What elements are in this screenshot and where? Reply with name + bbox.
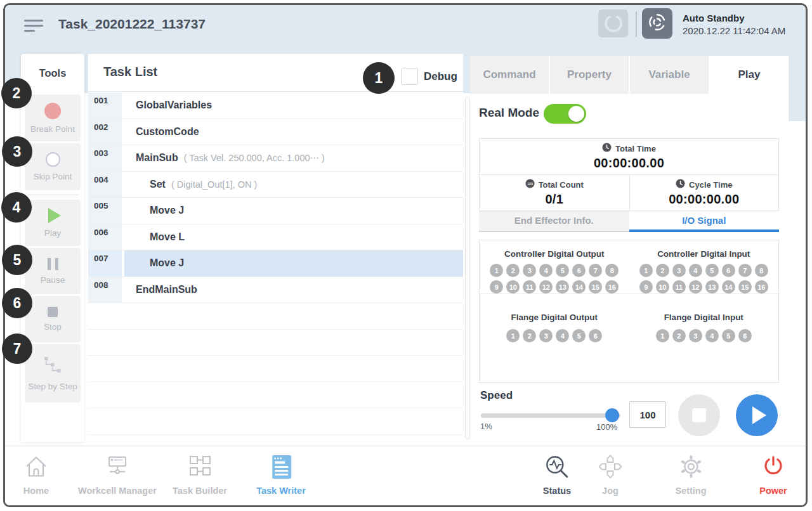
nav-power[interactable]: Power bbox=[759, 453, 787, 496]
cycle-clock-icon bbox=[676, 179, 685, 190]
workcell-manager-icon bbox=[103, 453, 131, 483]
nav-task-writer[interactable]: Task Writer bbox=[256, 453, 306, 496]
home-icon bbox=[22, 453, 50, 483]
tools-divider bbox=[27, 195, 78, 195]
row-params: ( Digital_Out[1], ON ) bbox=[171, 179, 257, 190]
nav-workcell-manager[interactable]: Workcell Manager bbox=[78, 453, 157, 496]
speed-max-label: 100% bbox=[596, 422, 617, 432]
tab-property[interactable]: Property bbox=[550, 56, 630, 94]
empty-row bbox=[88, 330, 463, 356]
tab-command[interactable]: Command bbox=[470, 56, 550, 94]
nav-task-builder[interactable]: Task Builder bbox=[173, 453, 227, 496]
speed-input[interactable] bbox=[629, 401, 666, 428]
nav-setting[interactable]: Setting bbox=[675, 453, 706, 496]
task-list-panel: Task List Debug 001 GlobalVariables 002 … bbox=[88, 54, 463, 447]
task-row-selected[interactable]: 007 Move J bbox=[88, 250, 463, 277]
nav-status[interactable]: Status bbox=[543, 453, 571, 496]
step-by-step-button[interactable]: Step by Step bbox=[25, 344, 81, 403]
robot-home-button[interactable] bbox=[598, 10, 628, 37]
task-row[interactable]: 008 EndMainSub bbox=[88, 277, 463, 304]
row-command: Set bbox=[150, 179, 166, 190]
callout-1: 1 bbox=[363, 62, 395, 94]
debug-checkbox[interactable] bbox=[401, 68, 418, 85]
io-circle: 16 bbox=[605, 280, 619, 294]
task-row[interactable]: 006 Move L bbox=[88, 224, 463, 251]
play-label: Play bbox=[44, 228, 61, 238]
bottom-nav: Home Workcell Manager bbox=[5, 446, 806, 505]
jog-icon bbox=[596, 453, 624, 483]
total-time-label: Total Time bbox=[615, 144, 656, 153]
swirl-logo-icon bbox=[645, 10, 670, 37]
task-builder-icon bbox=[186, 453, 214, 483]
nav-home[interactable]: Home bbox=[22, 453, 50, 496]
io-circle: 6 bbox=[589, 329, 602, 342]
io-circle: 13 bbox=[705, 280, 719, 294]
tab-end-effector-info[interactable]: End Effector Info. bbox=[479, 211, 629, 232]
row-number: 001 bbox=[88, 93, 124, 119]
skip-point-button[interactable]: Skip Point bbox=[25, 143, 81, 190]
right-tab-bar: Command Property Variable Play bbox=[470, 56, 789, 94]
io-circle: 9 bbox=[639, 280, 653, 294]
break-point-button[interactable]: Break Point bbox=[25, 94, 81, 141]
play-icon bbox=[48, 208, 61, 223]
io-circle: 6 bbox=[722, 264, 735, 277]
top-bar: Task_20201222_113737 bbox=[5, 5, 806, 43]
row-number: 008 bbox=[88, 277, 124, 303]
menu-icon[interactable] bbox=[24, 20, 44, 34]
task-row[interactable]: 003 MainSub ( Task Vel. 250.000, Acc. 1.… bbox=[88, 145, 463, 172]
active-tab-underline bbox=[629, 230, 780, 232]
task-writer-icon bbox=[267, 453, 295, 483]
io-circle: 3 bbox=[539, 329, 553, 342]
task-row[interactable]: 002 CustomCode bbox=[88, 119, 463, 146]
nav-jog[interactable]: Jog bbox=[596, 453, 624, 496]
window: Task_20201222_113737 bbox=[3, 3, 808, 507]
row-number: 003 bbox=[88, 145, 124, 171]
robot-mode: Auto Standby bbox=[683, 13, 785, 23]
callout-6: 6 bbox=[2, 288, 32, 318]
task-row[interactable]: 005 Move J bbox=[88, 198, 463, 224]
io-circle: 12 bbox=[689, 280, 702, 294]
io-circle: 13 bbox=[556, 280, 569, 294]
io-circle: 6 bbox=[738, 329, 752, 342]
io-sub-tabs: End Effector Info. I/O Signal bbox=[479, 211, 779, 232]
play-tool-button[interactable]: Play bbox=[25, 200, 81, 246]
cycle-time-label: Cycle Time bbox=[689, 180, 732, 190]
tools-panel: Tools Break Point Skip Point Play Pause … bbox=[21, 54, 84, 442]
row-number: 005 bbox=[88, 198, 124, 224]
stop-button[interactable] bbox=[678, 394, 720, 436]
status-icon bbox=[543, 453, 571, 483]
io-circle: 2 bbox=[523, 329, 536, 342]
tab-variable[interactable]: Variable bbox=[630, 56, 710, 94]
io-circle: 7 bbox=[738, 264, 752, 277]
pause-label: Pause bbox=[41, 275, 65, 285]
io-circle: 5 bbox=[572, 329, 586, 342]
stop-tool-button[interactable]: Stop bbox=[25, 296, 81, 342]
tools-title: Tools bbox=[21, 67, 84, 79]
pause-icon bbox=[48, 258, 58, 270]
real-mode-toggle[interactable] bbox=[544, 104, 586, 124]
brand-logo bbox=[642, 8, 672, 39]
robot-status-block: Auto Standby 2020.12.22 11:42:04 AM bbox=[683, 13, 785, 36]
callout-2: 2 bbox=[1, 78, 32, 108]
skip-point-label: Skip Point bbox=[34, 172, 72, 181]
speed-slider-thumb[interactable] bbox=[605, 408, 619, 422]
tab-io-signal[interactable]: I/O Signal bbox=[629, 211, 780, 232]
pause-button[interactable]: Pause bbox=[25, 248, 81, 294]
row-number: 004 bbox=[88, 172, 124, 198]
stop-label: Stop bbox=[44, 322, 62, 332]
step-by-step-label: Step by Step bbox=[28, 382, 77, 391]
row-command: EndMainSub bbox=[136, 284, 197, 295]
task-row[interactable]: 004 Set ( Digital_Out[1], ON ) bbox=[88, 172, 463, 198]
task-row[interactable]: 001 GlobalVariables bbox=[88, 93, 463, 119]
task-list-scrollbar[interactable] bbox=[465, 97, 470, 439]
row-command: GlobalVariables bbox=[136, 100, 212, 111]
callout-4: 4 bbox=[1, 192, 32, 223]
task-list-title: Task List bbox=[103, 65, 157, 79]
speed-slider-track[interactable] bbox=[481, 413, 620, 418]
io-circle: 2 bbox=[506, 264, 520, 277]
row-number: 006 bbox=[88, 224, 124, 250]
play-button[interactable] bbox=[736, 394, 778, 436]
tab-play[interactable]: Play bbox=[710, 56, 789, 94]
stop-square-icon bbox=[692, 408, 706, 422]
robot-arc-icon bbox=[603, 12, 624, 36]
